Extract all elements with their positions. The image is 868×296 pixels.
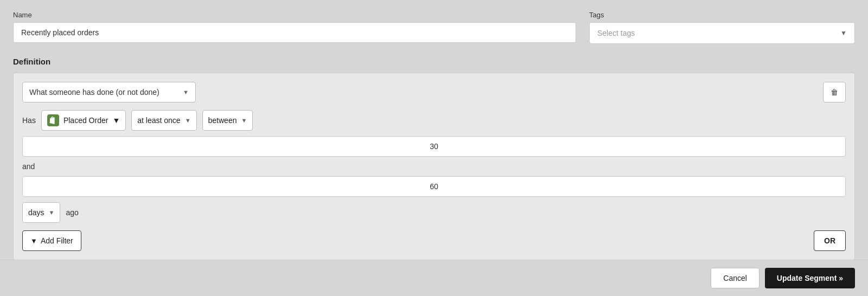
- tags-label: Tags: [589, 11, 855, 19]
- frequency-chevron-icon: ▼: [185, 117, 191, 124]
- cancel-button[interactable]: Cancel: [711, 268, 760, 288]
- footer-bar: Cancel Update Segment »: [0, 260, 868, 296]
- event-type-row: What someone has done (or not done) ▼ 🗑: [22, 82, 846, 102]
- time-unit-select[interactable]: days ▼: [22, 202, 60, 223]
- event-type-select[interactable]: What someone has done (or not done) ▼: [22, 82, 196, 102]
- event-type-label: What someone has done (or not done): [29, 88, 159, 96]
- event-type-chevron-icon: ▼: [183, 89, 189, 95]
- add-filter-label: Add Filter: [41, 236, 73, 245]
- cancel-label: Cancel: [723, 274, 747, 282]
- placed-order-chevron-icon: ▼: [112, 116, 120, 125]
- delete-button[interactable]: 🗑: [823, 82, 846, 102]
- update-segment-button[interactable]: Update Segment »: [765, 268, 855, 288]
- or-label: OR: [824, 236, 835, 245]
- time-unit-chevron-icon: ▼: [49, 209, 55, 216]
- filter-row: Has Placed Order ▼ at least once ▼ betw: [22, 110, 846, 223]
- has-label: Has: [22, 116, 36, 125]
- ago-text: ago: [66, 208, 78, 217]
- name-label: Name: [13, 11, 576, 19]
- tags-chevron-icon: ▼: [840, 29, 847, 37]
- name-input[interactable]: [13, 22, 576, 43]
- frequency-label: at least once: [137, 116, 180, 125]
- update-label: Update Segment »: [777, 274, 843, 282]
- time-qualifier-chevron-icon: ▼: [241, 117, 247, 124]
- filter-icon: ▼: [30, 237, 37, 245]
- or-button[interactable]: OR: [814, 230, 846, 251]
- frequency-select[interactable]: at least once ▼: [131, 110, 196, 131]
- condition-block: What someone has done (or not done) ▼ 🗑 …: [13, 73, 855, 260]
- trash-icon: 🗑: [831, 88, 838, 96]
- definition-label: Definition: [13, 57, 855, 66]
- time-unit-label: days: [28, 208, 44, 217]
- tags-placeholder: Select tags: [597, 29, 635, 37]
- shopify-icon: [47, 114, 59, 126]
- and-text: and: [22, 162, 35, 171]
- filter-actions-row: ▼ Add Filter OR: [22, 230, 846, 251]
- value1-input[interactable]: [22, 136, 846, 157]
- placed-order-label: Placed Order: [63, 116, 108, 125]
- time-qualifier-label: between: [208, 116, 237, 125]
- time-qualifier-select[interactable]: between ▼: [202, 110, 253, 131]
- add-filter-button[interactable]: ▼ Add Filter: [22, 230, 81, 251]
- tags-select[interactable]: Select tags ▼: [589, 22, 855, 44]
- value2-input[interactable]: [22, 176, 846, 197]
- placed-order-select[interactable]: Placed Order ▼: [41, 110, 126, 131]
